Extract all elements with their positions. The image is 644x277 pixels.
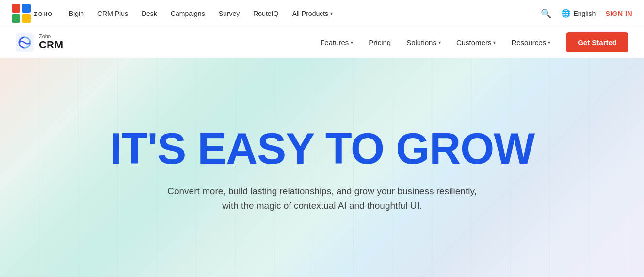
zoho-logo-squares (12, 4, 31, 23)
features-label: Features (320, 38, 349, 46)
customers-chevron-icon: ▾ (493, 40, 496, 45)
features-chevron-icon: ▾ (351, 40, 353, 45)
language-selector[interactable]: 🌐 English (561, 9, 596, 18)
sign-in-button[interactable]: SIGN IN (605, 10, 632, 17)
features-nav-item[interactable]: Features ▾ (320, 38, 353, 46)
all-products-label: All Products (292, 10, 328, 17)
top-nav-links: Bigin CRM Plus Desk Campaigns Survey Rou… (69, 10, 541, 17)
hero-subtitle: Convert more, build lasting relationship… (167, 184, 477, 214)
top-nav-bigin[interactable]: Bigin (69, 10, 84, 17)
all-products-dropdown[interactable]: All Products ▾ (292, 10, 333, 17)
crm-navigation: Zoho CRM Features ▾ Pricing Solutions ▾ … (0, 27, 644, 58)
resources-label: Resources (511, 38, 546, 46)
crm-logo-icon (16, 33, 34, 52)
get-started-button[interactable]: Get Started (566, 32, 628, 52)
language-label: English (573, 10, 596, 17)
solutions-chevron-icon: ▾ (438, 40, 441, 45)
logo-sq-red (12, 4, 20, 13)
zoho-brand-text: ZOHO (34, 11, 53, 17)
top-nav-campaigns[interactable]: Campaigns (171, 10, 205, 17)
top-nav-right: 🔍 🌐 English SIGN IN (541, 8, 632, 19)
logo-sq-green (12, 14, 20, 23)
zoho-logo[interactable]: ZOHO (12, 4, 53, 23)
top-nav-crmplus[interactable]: CRM Plus (97, 10, 128, 17)
search-button[interactable]: 🔍 (541, 8, 551, 19)
logo-sq-yellow (22, 14, 31, 23)
crm-logo-text: Zoho CRM (39, 33, 63, 51)
top-navigation: ZOHO Bigin CRM Plus Desk Campaigns Surve… (0, 0, 644, 27)
crm-logo[interactable]: Zoho CRM (16, 33, 63, 52)
top-nav-survey[interactable]: Survey (219, 10, 240, 17)
resources-nav-item[interactable]: Resources ▾ (511, 38, 550, 46)
search-icon: 🔍 (541, 9, 551, 18)
top-nav-desk[interactable]: Desk (142, 10, 157, 17)
pricing-nav-item[interactable]: Pricing (369, 38, 391, 46)
crm-nav-links: Features ▾ Pricing Solutions ▾ Customers… (320, 38, 550, 46)
hero-section: IT'S EASY TO GROW Convert more, build la… (0, 58, 644, 277)
customers-label: Customers (456, 38, 492, 46)
solutions-nav-item[interactable]: Solutions ▾ (406, 38, 441, 46)
top-nav-routeiq[interactable]: RouteIQ (253, 10, 278, 17)
customers-nav-item[interactable]: Customers ▾ (456, 38, 496, 46)
globe-icon: 🌐 (561, 9, 571, 18)
all-products-chevron-icon: ▾ (330, 11, 333, 16)
crm-label: CRM (39, 39, 63, 51)
logo-sq-blue (22, 4, 31, 13)
hero-title: IT'S EASY TO GROW (110, 127, 534, 170)
resources-chevron-icon: ▾ (548, 40, 550, 45)
solutions-label: Solutions (406, 38, 436, 46)
